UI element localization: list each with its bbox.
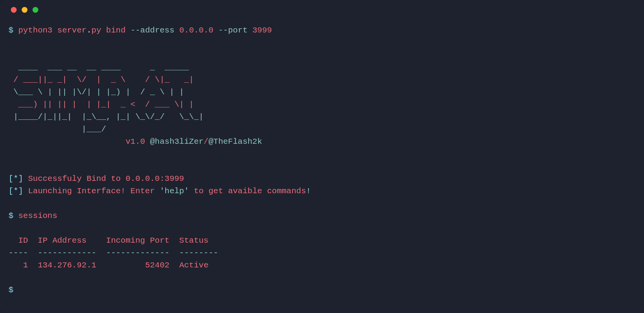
close-icon[interactable] (11, 7, 17, 13)
table-header: ID IP Address Incoming Port Status (9, 236, 218, 245)
traffic-lights (9, 7, 635, 13)
status-marker-1: [*] (9, 174, 28, 183)
ascii-row-3: \___ \ | || |\/| | |_) | / _ \ | | (9, 88, 194, 97)
prompt-marker-3: $ (9, 286, 14, 294)
status-text-1a: Successfuly Bind to (28, 174, 125, 183)
terminal-window: $ python3 server.py bind --address 0.0.0… (0, 0, 644, 313)
flag-address: --address (130, 26, 174, 35)
table-rule: ---- ------------ ------------- -------- (9, 248, 218, 257)
ascii-row-4: ___) || || | | |_| _ < / ___ \| | (9, 100, 204, 109)
table-row-ip: 134.276.92.1 (38, 261, 96, 270)
flag-port: --port (218, 26, 248, 35)
terminal-output[interactable]: $ python3 server.py bind --address 0.0.0… (9, 24, 635, 296)
zoom-icon[interactable] (33, 7, 38, 13)
cmd-file: server (57, 26, 87, 35)
prompt-marker: $ (9, 26, 14, 35)
minimize-icon[interactable] (22, 7, 27, 13)
table-row-status: Active (179, 261, 209, 270)
ascii-row-1: ____ ___ __ __ ____ _ _____ (9, 63, 194, 72)
ascii-row-5: |____/|_||_| |_\__, |_| \_\/_/ \_\_| (9, 112, 213, 121)
cmd-sub: bind (106, 26, 125, 35)
table-row-port: 52402 (106, 261, 170, 270)
author-2: @TheFlash2k (209, 137, 262, 146)
version-label: v1.0 (125, 137, 150, 146)
ascii-row-2: / ___||_ _| \/ | _ \ / \|_ _| (9, 75, 194, 84)
addr-value: 0.0.0.0 (179, 26, 213, 35)
status-text-2b: to get avaible commands (189, 187, 306, 196)
status-text-1b: 0.0.0.0:3999 (125, 174, 184, 183)
port-value: 3999 (252, 26, 272, 35)
status-help-literal: 'help' (160, 187, 189, 196)
status-marker-2: [*] (9, 187, 28, 196)
author-1: @hash3liZer (150, 137, 204, 146)
status-text-2a: Launching Interface! Enter (28, 187, 159, 196)
sessions-cmd: sessions (18, 211, 57, 220)
author-sep: / (204, 137, 209, 146)
cmd-ext: py (91, 26, 101, 35)
table-row-id: 1 (9, 261, 28, 270)
prompt-marker-2: $ (9, 211, 14, 220)
status-text-2c: ! (306, 187, 311, 196)
ascii-row-6: |___/ (9, 125, 204, 134)
cmd-exe: python3 (18, 26, 52, 35)
